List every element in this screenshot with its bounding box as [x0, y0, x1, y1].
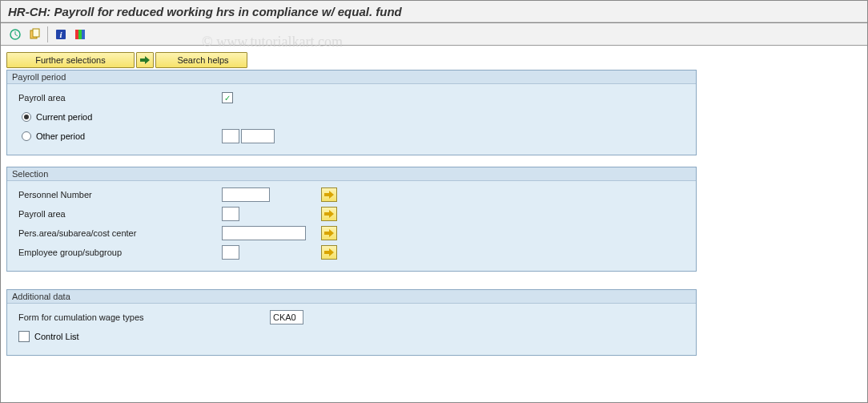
group-title: Payroll period — [7, 71, 696, 84]
arrow-icon[interactable] — [136, 52, 154, 68]
multi-select-icon[interactable] — [321, 207, 337, 221]
info-icon[interactable]: i — [52, 26, 70, 43]
group-title: Selection — [7, 167, 696, 181]
group-title: Additional data — [7, 290, 696, 304]
personnel-number-input[interactable] — [222, 187, 270, 202]
pers-area-label: Pers.area/subarea/cost center — [15, 228, 222, 238]
svg-marker-12 — [324, 210, 334, 218]
other-period-input-2[interactable] — [241, 129, 275, 143]
form-cumulation-input[interactable] — [270, 310, 303, 324]
execute-icon[interactable] — [6, 26, 24, 43]
control-list-label: Control List — [34, 332, 79, 341]
svg-rect-9 — [82, 30, 85, 39]
svg-rect-7 — [75, 30, 78, 39]
personnel-number-label: Personnel Number — [15, 190, 222, 199]
svg-rect-8 — [78, 30, 82, 39]
svg-rect-4 — [33, 29, 39, 37]
radio-current-period[interactable] — [22, 112, 31, 122]
group-selection: Selection Personnel Number Payroll area … — [6, 167, 697, 272]
svg-marker-13 — [324, 229, 334, 237]
other-period-input-1[interactable] — [222, 129, 239, 143]
svg-marker-14 — [324, 248, 334, 256]
window-title: HR-CH: Payroll for reduced working hrs i… — [0, 0, 868, 22]
svg-marker-11 — [324, 191, 334, 199]
payroll-area-label: Payroll area — [15, 93, 222, 103]
multi-select-icon[interactable] — [321, 226, 337, 240]
employee-group-label: Employee group/subgroup — [15, 248, 222, 257]
group-additional-data: Additional data Form for cumulation wage… — [6, 289, 697, 356]
payroll-area-sel-label: Payroll area — [15, 209, 222, 219]
multi-select-icon[interactable] — [321, 245, 337, 260]
employee-group-input[interactable] — [222, 245, 239, 260]
get-variant-icon[interactable] — [26, 26, 43, 43]
content-area: Further selections Search helps Payroll … — [0, 46, 868, 373]
payroll-area-checkbox[interactable]: ✓ — [222, 92, 233, 103]
svg-line-2 — [15, 34, 18, 36]
further-selections-button[interactable]: Further selections — [6, 52, 135, 68]
group-payroll-period: Payroll period Payroll area ✓ Current pe… — [6, 70, 697, 155]
app-toolbar: i — [0, 23, 868, 46]
control-list-checkbox[interactable]: ✓ — [18, 331, 30, 342]
radio-other-period[interactable] — [22, 131, 31, 141]
action-button-row: Further selections Search helps — [6, 52, 862, 68]
payroll-area-input[interactable] — [222, 207, 239, 221]
multi-select-icon[interactable] — [321, 187, 337, 202]
other-period-label: Other period — [36, 131, 222, 141]
color-legend-icon[interactable] — [71, 26, 89, 43]
search-helps-button[interactable]: Search helps — [155, 52, 247, 68]
svg-marker-10 — [140, 56, 150, 64]
pers-area-input[interactable] — [222, 226, 306, 240]
toolbar-separator — [47, 26, 48, 42]
current-period-label: Current period — [36, 112, 92, 122]
form-cumulation-label: Form for cumulation wage types — [15, 312, 270, 322]
